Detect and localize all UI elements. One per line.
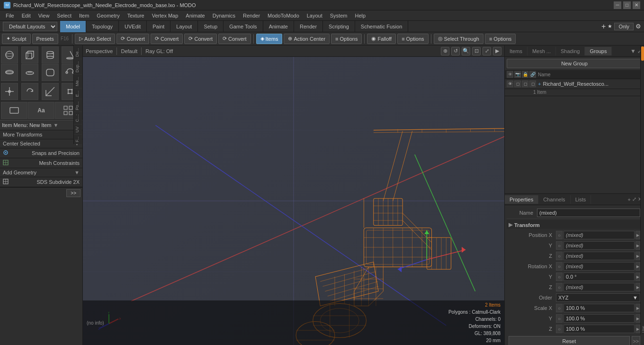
scale-z-toggle[interactable]: ○ [556, 325, 563, 333]
text-tool[interactable]: Aa [28, 102, 54, 119]
pos-z-toggle[interactable]: ○ [556, 252, 563, 260]
rot-x-value[interactable]: (mixed) [564, 262, 635, 271]
options-button-1[interactable]: ≡ Options [331, 34, 362, 44]
select-through-button[interactable]: ◎ Select Through [434, 34, 483, 44]
next-button[interactable]: >> [632, 336, 640, 345]
sculpt-button[interactable]: ✦ Sculpt [2, 34, 31, 44]
convert-button-1[interactable]: ⟳ Convert [116, 34, 149, 44]
prop-expand-button[interactable]: ⤢ [632, 196, 636, 202]
new-group-button[interactable]: New Group [507, 59, 642, 68]
pos-y-value[interactable]: (mixed) [564, 241, 635, 250]
scale-x-value[interactable]: 100.0 % [564, 304, 635, 312]
tab-groups[interactable]: Groups [585, 47, 612, 55]
tab-paint[interactable]: Paint [147, 21, 170, 32]
pos-y-toggle[interactable]: ○ [556, 241, 563, 250]
sphere-tool[interactable] [1, 46, 18, 64]
tab-shading[interactable]: Shading [556, 47, 585, 55]
add-layout-button[interactable]: + [601, 22, 606, 31]
tab-layout[interactable]: Layout [170, 21, 198, 32]
pos-z-value[interactable]: (mixed) [564, 252, 635, 260]
vert-tab-c[interactable]: C...: [74, 112, 82, 124]
pos-x-value[interactable]: (mixed) [564, 231, 635, 239]
scale-z-value[interactable]: 100.0 % [564, 325, 635, 333]
order-dropdown[interactable]: XYZ ▼ [556, 293, 640, 302]
item-menu-bar[interactable]: Item Menu: New Item ▼ [0, 120, 82, 130]
menu-system[interactable]: System [326, 12, 351, 19]
more-button[interactable]: >> [66, 189, 80, 197]
falloff-button[interactable]: ◉ Falloff [367, 34, 396, 44]
tab-setup[interactable]: Setup [198, 21, 224, 32]
scale-y-toggle[interactable]: ○ [556, 314, 563, 323]
vp-ctrl-loop[interactable]: ↺ [451, 47, 460, 55]
snaps-header[interactable]: Snaps and Precision [0, 148, 82, 158]
convert-button-2[interactable]: ⟳ Convert [151, 34, 183, 44]
add-geometry-header[interactable]: Add Geometry ▼ [0, 168, 82, 177]
vert-tab-uv[interactable]: UV [74, 124, 82, 135]
vp-ctrl-expand[interactable]: ⤢ [483, 47, 491, 55]
tab-model[interactable]: Model [60, 21, 86, 32]
center-selected-header[interactable]: Center Selected ▼ [0, 139, 82, 148]
auto-select-button[interactable]: ▷ Auto Select [75, 34, 115, 44]
name-field[interactable] [537, 209, 640, 217]
minimize-button[interactable]: ─ [614, 1, 621, 9]
tab-scripting[interactable]: Scripting [323, 21, 355, 32]
menu-vertex-map[interactable]: Vertex Map [148, 12, 182, 19]
scale-x-inc[interactable]: ▶ [635, 304, 640, 312]
menu-modetomodo[interactable]: ModoToModo [264, 12, 303, 19]
rot-z-value[interactable]: (mixed) [564, 283, 635, 291]
viewport-canvas[interactable]: X Y Z (no info) 2 Items Polygons : Catmu… [83, 57, 504, 345]
settings-icon[interactable]: ⚙ [635, 23, 641, 30]
menu-select[interactable]: Select [53, 12, 75, 19]
group-row-icon-eye[interactable]: 👁 [507, 81, 513, 87]
menu-texture[interactable]: Texture [124, 12, 148, 19]
star-button[interactable]: ★ [608, 23, 612, 29]
capsule-tool[interactable] [42, 64, 59, 81]
group-header-icon-link[interactable]: 🔗 [529, 71, 536, 78]
options-button-3[interactable]: ≡ Options [485, 34, 516, 44]
menu-edit[interactable]: Edit [18, 12, 35, 19]
cylinder-tool[interactable] [42, 46, 59, 64]
scale-tool[interactable] [42, 83, 59, 100]
only-button[interactable]: Only [614, 23, 634, 30]
vert-tab-po[interactable]: Po... [74, 99, 82, 112]
options-button-2[interactable]: ≡ Options [397, 34, 428, 44]
menu-help[interactable]: Help [351, 12, 369, 19]
prop-tab-properties[interactable]: Properties [505, 195, 538, 204]
maximize-button[interactable]: □ [623, 1, 631, 9]
scale-y-value[interactable]: 100.0 % [564, 314, 635, 323]
rotate-tool[interactable] [21, 83, 38, 100]
tab-game-tools[interactable]: Game Tools [224, 21, 263, 32]
reset-button[interactable]: Reset [509, 336, 630, 345]
group-row-icon-link[interactable]: ◻ [529, 81, 536, 87]
ray-gl-label[interactable]: Ray GL: Off [145, 48, 173, 54]
action-center-button[interactable]: ⊕ Action Center [284, 34, 330, 44]
default-label[interactable]: Default [121, 48, 137, 54]
tab-render[interactable]: Render [294, 21, 323, 32]
convert-button-4[interactable]: ⟳ Convert [218, 34, 251, 44]
vert-tab-de[interactable]: De... [74, 45, 82, 59]
rot-x-toggle[interactable]: ○ [556, 262, 563, 271]
menu-geometry[interactable]: Geometry [93, 12, 123, 19]
vert-tab-f[interactable]: F... [74, 134, 82, 144]
prop-tab-lists[interactable]: Lists [571, 195, 591, 204]
sds-header[interactable]: SDS Subdivide 2X [0, 177, 82, 187]
pos-y-inc[interactable]: ▶ [635, 241, 640, 250]
vert-tab-e[interactable]: E... [74, 88, 82, 99]
vp-ctrl-next[interactable]: ▶ [493, 47, 501, 55]
layouts-dropdown[interactable]: Default Layouts [3, 22, 57, 31]
viewport[interactable]: Perspective Default Ray GL: Off ⊕ ↺ 🔍 ⊡ … [83, 45, 504, 345]
rot-z-toggle[interactable]: ○ [556, 283, 563, 291]
tab-mesh[interactable]: Mesh ... [528, 47, 556, 55]
menu-animate[interactable]: Animate [182, 12, 208, 19]
perspective-label[interactable]: Perspective [86, 48, 113, 54]
menu-render[interactable]: Render [239, 12, 264, 19]
pos-z-inc[interactable]: ▶ [635, 252, 640, 260]
group-header-icon-camera[interactable]: 📷 [514, 71, 521, 78]
scale-y-inc[interactable]: ▶ [635, 314, 640, 323]
menu-view[interactable]: View [35, 12, 54, 19]
convert-button-3[interactable]: ⟳ Convert [184, 34, 217, 44]
mesh-constraints-header[interactable]: Mesh Constraints [0, 158, 82, 168]
move-tool[interactable] [1, 83, 18, 100]
vert-tab-me[interactable]: Me... [74, 74, 82, 88]
group-row-icon-lock[interactable]: ◻ [522, 81, 528, 87]
